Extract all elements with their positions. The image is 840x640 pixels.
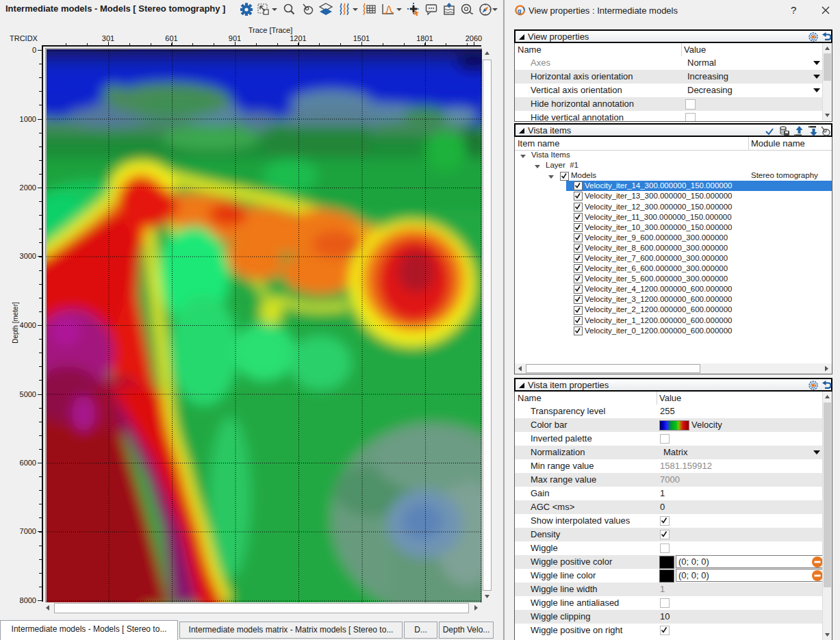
svg-text:g: g	[518, 8, 522, 14]
